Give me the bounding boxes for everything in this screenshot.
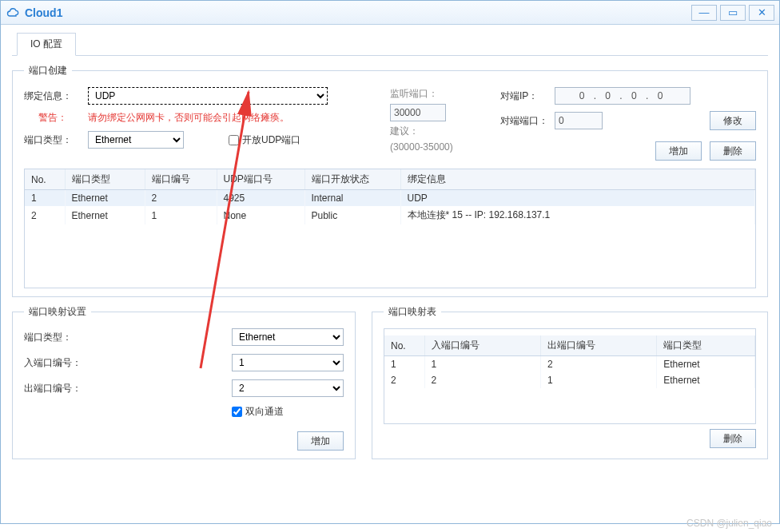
port-type-label: 端口类型： bbox=[24, 133, 82, 147]
tabbar: IO 配置 bbox=[12, 33, 768, 56]
col-no: No. bbox=[25, 169, 65, 190]
legend-port-create: 端口创建 bbox=[24, 64, 72, 77]
bidir-label: 双向通道 bbox=[245, 405, 284, 419]
listen-port-label: 监听端口： bbox=[390, 87, 486, 101]
out-port-select[interactable]: 2 bbox=[232, 379, 344, 397]
map-port-type-select[interactable]: Ethernet bbox=[232, 328, 344, 346]
peer-ip-label: 对端IP： bbox=[500, 89, 548, 103]
peer-port-input[interactable] bbox=[555, 112, 603, 129]
table-row[interactable]: 2Ethernet1NonePublic本地连接* 15 -- IP: 192.… bbox=[25, 206, 755, 224]
table-row[interactable]: 112Ethernet bbox=[384, 356, 755, 373]
col-port-num: 端口编号 bbox=[145, 169, 217, 190]
bind-info-label: 绑定信息： bbox=[24, 89, 82, 103]
add-mapping-button[interactable]: 增加 bbox=[297, 431, 344, 451]
cloud-icon bbox=[6, 6, 20, 20]
map-port-type-label: 端口类型： bbox=[24, 331, 96, 344]
group-map-settings: 端口映射设置 端口类型： Ethernet 入端口编号： 1 bbox=[12, 305, 356, 459]
window-title: Cloud1 bbox=[25, 6, 62, 19]
close-button[interactable]: ✕ bbox=[749, 5, 774, 21]
col-port-type: 端口类型 bbox=[65, 169, 145, 190]
tab-io-config[interactable]: IO 配置 bbox=[17, 33, 76, 56]
minimize-button[interactable]: — bbox=[691, 5, 717, 21]
mcol-in: 入端口编号 bbox=[424, 335, 540, 356]
warning-text: 请勿绑定公网网卡，否则可能会引起网络瘫痪。 bbox=[88, 111, 289, 125]
port-table: No. 端口类型 端口编号 UDP端口号 端口开放状态 绑定信息 1Ethern… bbox=[25, 169, 755, 224]
add-port-button[interactable]: 增加 bbox=[655, 141, 702, 161]
warning-label: 警告： bbox=[24, 111, 82, 125]
port-type-select[interactable]: Ethernet bbox=[88, 131, 184, 149]
in-port-label: 入端口编号： bbox=[24, 356, 96, 370]
window: Cloud1 — ▭ ✕ IO 配置 端口创建 绑定信息： UDP bbox=[0, 0, 780, 524]
suggest-range: (30000-35000) bbox=[390, 141, 486, 153]
legend-map-settings: 端口映射设置 bbox=[24, 305, 91, 319]
delete-mapping-button[interactable]: 删除 bbox=[710, 429, 756, 448]
modify-button[interactable]: 修改 bbox=[710, 111, 756, 130]
port-table-scroll[interactable]: No. 端口类型 端口编号 UDP端口号 端口开放状态 绑定信息 1Ethern… bbox=[24, 169, 756, 288]
map-table-scroll[interactable]: No. 入端口编号 出端口编号 端口类型 112Ethernet221Ether… bbox=[384, 328, 756, 424]
mcol-out: 出端口编号 bbox=[540, 335, 656, 356]
content-area: IO 配置 端口创建 绑定信息： UDP 警告： 请勿绑定公网网卡，否则可能会引… bbox=[1, 25, 779, 523]
listen-port-input[interactable] bbox=[390, 104, 446, 121]
map-table: No. 入端口编号 出端口编号 端口类型 112Ethernet221Ether… bbox=[384, 335, 755, 388]
open-udp-label: 开放UDP端口 bbox=[242, 133, 300, 147]
open-udp-checkbox-wrap[interactable]: 开放UDP端口 bbox=[229, 133, 300, 147]
table-row[interactable]: 1Ethernet24925InternalUDP bbox=[25, 190, 755, 207]
open-udp-checkbox[interactable] bbox=[229, 135, 239, 145]
mcol-type: 端口类型 bbox=[657, 335, 755, 356]
bidir-checkbox-wrap[interactable]: 双向通道 bbox=[232, 405, 344, 419]
maximize-button[interactable]: ▭ bbox=[720, 5, 746, 21]
col-udp-port: UDP端口号 bbox=[217, 169, 304, 190]
table-row[interactable]: 221Ethernet bbox=[384, 372, 755, 388]
peer-port-label: 对端端口： bbox=[500, 114, 548, 128]
group-map-table: 端口映射表 No. 入端口编号 出端口编号 端口类型 112Ethernet22… bbox=[372, 305, 768, 459]
suggest-label: 建议： bbox=[390, 125, 486, 138]
mcol-no: No. bbox=[384, 335, 424, 356]
col-bind-info: 绑定信息 bbox=[400, 169, 755, 190]
in-port-select[interactable]: 1 bbox=[232, 354, 344, 371]
legend-map-table: 端口映射表 bbox=[384, 305, 441, 319]
group-port-create: 端口创建 绑定信息： UDP 警告： 请勿绑定公网网卡，否则可能会引起网络瘫痪。 bbox=[12, 64, 768, 297]
titlebar: Cloud1 — ▭ ✕ bbox=[1, 1, 779, 25]
out-port-label: 出端口编号： bbox=[24, 382, 96, 395]
peer-ip-input[interactable] bbox=[555, 87, 690, 105]
bidir-checkbox[interactable] bbox=[232, 407, 242, 417]
col-open-state: 端口开放状态 bbox=[304, 169, 400, 190]
bind-info-select[interactable]: UDP bbox=[88, 87, 328, 105]
delete-port-button[interactable]: 删除 bbox=[710, 141, 756, 161]
